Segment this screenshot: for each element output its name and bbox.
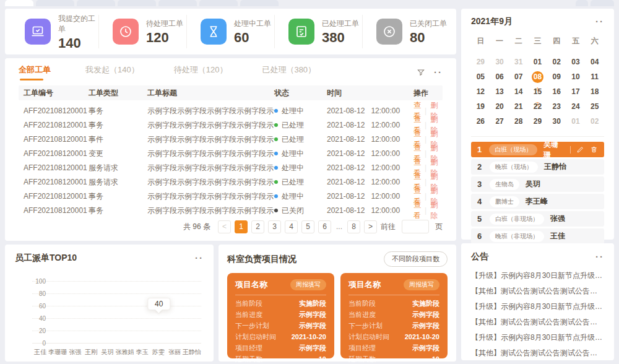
stat-card[interactable]: 我提交的工单140	[11, 15, 99, 48]
calendar-day[interactable]: 09	[547, 69, 566, 84]
calendar-day[interactable]: 06	[490, 69, 509, 84]
calendar-day[interactable]: 03	[566, 54, 586, 69]
calendar-day[interactable]: 24	[566, 99, 586, 114]
more-icon[interactable]: ··	[195, 255, 204, 261]
calendar-day[interactable]: 10	[566, 69, 586, 84]
calendar-day[interactable]: 14	[509, 84, 528, 99]
page-button[interactable]: 6	[318, 220, 331, 233]
announcement-item[interactable]: 【其他】测试公告测试公告测试公告测试公告测试公告	[471, 314, 604, 330]
workorders-tab[interactable]: 已处理（380）	[262, 64, 316, 80]
calendar-panel: 2021年9月 ·· 日一二三四五六 293031010203040506070…	[461, 9, 614, 240]
strip-control[interactable]	[591, 0, 614, 6]
calendar-day[interactable]: 22	[528, 99, 547, 114]
schedule-row[interactable]: 6晚班（非现场）王佳	[471, 228, 604, 244]
announcement-item[interactable]: 【其他】测试公告测试公告测试公告测试公告测试公告	[471, 284, 604, 299]
calendar-day[interactable]: 16	[547, 84, 566, 99]
stat-card[interactable]: 已关闭工单80	[363, 15, 450, 48]
workorders-tab[interactable]: 全部工单	[19, 64, 51, 80]
page-button[interactable]: 8	[347, 220, 360, 233]
announcement-item[interactable]: 【升级】示例内容8月30日新节点升级计划通知	[471, 330, 604, 345]
schedule-row[interactable]: 5白班（非现场）张强	[471, 211, 604, 227]
calendar-day[interactable]: 11	[585, 69, 604, 84]
browser-tab[interactable]	[77, 0, 115, 6]
stage-count-button[interactable]: 不同阶段项目数	[384, 251, 448, 267]
project-field: 当前阶段实施阶段	[348, 298, 439, 309]
page-button[interactable]: 4	[285, 220, 298, 233]
calendar-day[interactable]: 01	[566, 114, 586, 129]
goto-page-input[interactable]	[402, 220, 429, 233]
calendar-day[interactable]: 20	[490, 99, 509, 114]
schedule-row[interactable]: 3生物岛吴玥	[471, 176, 604, 192]
bars	[32, 281, 201, 343]
calendar-day[interactable]: 23	[547, 99, 566, 114]
calendar-day[interactable]: 30	[490, 54, 509, 69]
workorder-row: AFF202108120001变更示例字段示例字段示例字段示例字段示例字段处理中…	[19, 143, 443, 157]
divider	[235, 295, 326, 295]
delete-link[interactable]: 删除	[430, 200, 438, 221]
project-name: 项目名称	[348, 279, 381, 290]
calendar-day[interactable]: 02	[547, 54, 566, 69]
workorders-tab[interactable]: 待处理（120）	[174, 64, 228, 80]
calendar-day[interactable]: 21	[509, 99, 528, 114]
schedule-row[interactable]: 2晚班（现场）王静怡	[471, 159, 604, 175]
status-dot-icon	[274, 109, 278, 113]
schedule-row[interactable]: 4鹏博士李王峰	[471, 194, 604, 209]
calendar-day[interactable]: 07	[509, 69, 528, 84]
more-icon[interactable]: ··	[595, 19, 604, 25]
stat-card[interactable]: 已处理工单380	[275, 15, 363, 48]
more-icon[interactable]: ··	[434, 69, 443, 76]
announcement-item[interactable]: 【升级】示例内容8月30日新节点升级计划通知	[471, 299, 604, 314]
calendar-day[interactable]: 25	[585, 99, 604, 114]
filter-icon[interactable]	[417, 68, 425, 77]
calendar-day[interactable]: 17	[566, 84, 586, 99]
page-button[interactable]: 1	[235, 220, 248, 233]
stat-card[interactable]: 待处理工单120	[99, 15, 187, 48]
stat-card[interactable]: 处理中工单60	[187, 15, 275, 48]
calendar-day[interactable]: 27	[490, 114, 509, 129]
schedule-row[interactable]: 1白班（现场）吴珊珊	[471, 142, 604, 157]
calendar-day[interactable]: 31	[509, 54, 528, 69]
page-button[interactable]: 3	[268, 220, 281, 233]
page-button[interactable]: 5	[301, 220, 314, 233]
announcement-item[interactable]: 【升级】示例内容8月30日新节点升级计划通知	[471, 268, 604, 284]
weekly-report-badge[interactable]: 周报填写	[290, 279, 326, 290]
more-icon[interactable]: ··	[595, 254, 604, 260]
strip-control[interactable]	[576, 0, 588, 6]
weekly-report-badge[interactable]: 周报填写	[404, 279, 439, 290]
browser-tab-active[interactable]	[5, 0, 33, 6]
browser-tab[interactable]	[36, 0, 74, 6]
browser-tab[interactable]	[158, 0, 197, 6]
browser-tab[interactable]	[199, 0, 238, 6]
trash-icon[interactable]	[590, 145, 598, 154]
announcement-item[interactable]: 【其他】测试公告测试公告测试公告测试公告测试公告	[471, 345, 604, 361]
calendar-day[interactable]: 01	[528, 54, 547, 69]
calendar-day[interactable]: 30	[547, 114, 566, 129]
calendar-day[interactable]: 08今天	[528, 69, 547, 84]
workorders-tab[interactable]: 我发起（140）	[85, 64, 139, 80]
calendar-day[interactable]: 05	[471, 69, 490, 84]
browser-tab[interactable]	[240, 0, 279, 6]
page-button[interactable]: 2	[251, 220, 264, 233]
next-page-button[interactable]: >	[364, 220, 377, 233]
browser-tab[interactable]	[118, 0, 156, 6]
calendar-day[interactable]: 19	[471, 99, 490, 114]
order-clock: 12:00:00	[371, 206, 400, 215]
calendar-day[interactable]: 13	[490, 84, 509, 99]
chart-title: 员工派单TOP10	[15, 253, 77, 264]
calendar-day[interactable]: 26	[471, 114, 490, 129]
prev-page-button[interactable]: <	[218, 220, 231, 233]
calendar-day[interactable]: 29	[471, 54, 490, 69]
calendar-day[interactable]: 29	[528, 114, 547, 129]
workorders-panel: 全部工单我发起（140）待处理（120）已处理（380） ·· 工单编号工单类型…	[5, 58, 456, 241]
order-clock: 12:00:00	[371, 135, 400, 144]
calendar-day[interactable]: 02	[585, 114, 604, 129]
calendar-day[interactable]: 28	[509, 114, 528, 129]
calendar-day[interactable]: 12	[471, 84, 490, 99]
view-link[interactable]: 查看	[413, 200, 421, 221]
calendar-day[interactable]: 18	[585, 84, 604, 99]
schedule-number: 4	[477, 197, 483, 206]
calendar-day[interactable]: 15	[528, 84, 547, 99]
edit-icon[interactable]	[576, 145, 584, 154]
stat-text: 我提交的工单140	[58, 14, 98, 50]
calendar-day[interactable]: 04	[585, 54, 604, 69]
